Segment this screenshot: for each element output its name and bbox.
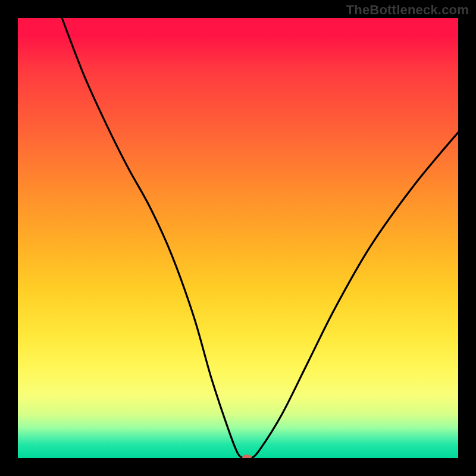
plot-area [18, 18, 458, 458]
curve-layer [18, 18, 458, 458]
chart-frame: TheBottleneck.com [0, 0, 476, 476]
watermark-text: TheBottleneck.com [346, 2, 469, 18]
minimum-marker [242, 455, 252, 458]
bottleneck-curve [62, 18, 458, 458]
